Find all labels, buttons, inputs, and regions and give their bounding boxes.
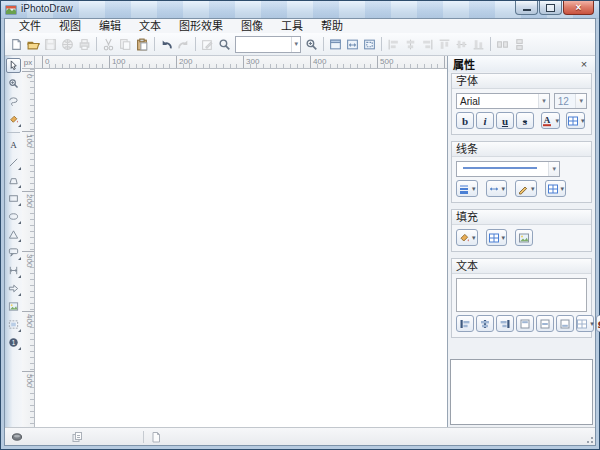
line-table-button[interactable]: ▾ — [545, 180, 567, 197]
halign-right-icon — [499, 318, 511, 330]
align-right-button[interactable] — [419, 35, 436, 53]
font-table-button[interactable]: ▾ — [566, 112, 585, 129]
tool-image[interactable] — [6, 299, 21, 314]
undo-button[interactable] — [158, 35, 175, 53]
close-button[interactable]: × — [563, 1, 594, 15]
text-icon: A — [8, 139, 19, 150]
align-text-left-button[interactable] — [456, 315, 474, 332]
tool-rectangle[interactable] — [6, 191, 21, 206]
underline-button[interactable]: u — [496, 112, 514, 129]
zoom-width-button[interactable] — [344, 35, 361, 53]
fill-table-button[interactable]: ▾ — [486, 229, 508, 246]
maximize-icon — [546, 4, 555, 12]
font-color-button[interactable]: A▾ — [541, 112, 560, 129]
fill-group: 填充 ▾▾ — [451, 209, 592, 252]
panel-close-icon[interactable]: × — [578, 59, 590, 70]
maximize-button[interactable] — [539, 1, 562, 15]
tool-line[interactable] — [6, 155, 21, 170]
paste-button[interactable] — [134, 35, 151, 53]
tool-screenshot[interactable] — [6, 317, 21, 332]
tool-text[interactable]: A — [6, 137, 21, 152]
align-text-right-button[interactable] — [496, 315, 514, 332]
zoom-selection-button[interactable] — [361, 35, 378, 53]
tool-select[interactable] — [6, 58, 21, 73]
tool-arrow[interactable] — [6, 281, 21, 296]
menu-item-2[interactable]: 编辑 — [90, 20, 130, 33]
tool-triangle[interactable] — [6, 227, 21, 242]
italic-button[interactable]: i — [476, 112, 494, 129]
menu-item-6[interactable]: 工具 — [272, 20, 312, 33]
menu-item-1[interactable]: 视图 — [50, 20, 90, 33]
text-input[interactable] — [456, 278, 587, 312]
drawing-canvas[interactable] — [35, 69, 447, 427]
menu-item-7[interactable]: 帮助 — [312, 20, 352, 33]
fill-picture-button[interactable] — [515, 229, 533, 246]
align-center-button[interactable] — [402, 35, 419, 53]
bold-button[interactable]: b — [456, 112, 474, 129]
status-page-icon[interactable] — [150, 431, 162, 443]
open-button[interactable] — [25, 35, 42, 53]
tool-number[interactable]: 1 — [6, 335, 21, 350]
line-arrows-button[interactable]: ▾ — [486, 180, 508, 197]
cut-button[interactable] — [100, 35, 117, 53]
zoom-page-button[interactable] — [327, 35, 344, 53]
redo-icon — [177, 38, 190, 51]
print-button[interactable] — [76, 35, 93, 53]
valign-top-button[interactable] — [516, 315, 534, 332]
status-layers-icon[interactable] — [71, 431, 83, 443]
cut-icon — [102, 38, 115, 51]
minimize-button[interactable] — [515, 1, 538, 15]
tool-polygon[interactable] — [6, 173, 21, 188]
tool-zoom[interactable] — [6, 76, 21, 91]
tool-dropdown-icon — [18, 257, 21, 260]
align-bottom-button[interactable] — [470, 35, 487, 53]
status-zoom-icon[interactable] — [11, 431, 23, 443]
valign-middle-button[interactable] — [536, 315, 554, 332]
horizontal-ruler: 0100200300400500600 — [35, 56, 447, 69]
resize-grip-icon[interactable] — [584, 434, 594, 444]
line-width-button[interactable]: ▾ — [456, 180, 478, 197]
strikethrough-button[interactable]: s — [516, 112, 534, 129]
halign-left-icon — [459, 318, 471, 330]
font-family-combo[interactable]: Arial ▾ — [456, 93, 550, 109]
valign-bottom-button[interactable] — [556, 315, 574, 332]
picture-icon — [518, 232, 530, 244]
fill-color-button[interactable]: ▾ — [456, 229, 478, 246]
new-button[interactable] — [8, 35, 25, 53]
align-text-center-button[interactable] — [476, 315, 494, 332]
tool-callout[interactable] — [6, 245, 21, 260]
align-left-button[interactable] — [385, 35, 402, 53]
menu-item-3[interactable]: 文本 — [130, 20, 170, 33]
text-table-button[interactable]: ▾ — [576, 315, 594, 332]
menu-item-5[interactable]: 图像 — [232, 20, 272, 33]
v-ruler-label: 500 — [22, 371, 35, 387]
zoom-combo[interactable]: ▾ — [235, 36, 301, 53]
line-color-button[interactable]: ▾ — [515, 180, 537, 197]
find-button[interactable] — [216, 35, 233, 53]
tool-dropdown-icon — [18, 347, 21, 350]
menu-item-0[interactable]: 文件 — [10, 20, 50, 33]
zoom-selection-icon — [363, 38, 376, 51]
symbol-button[interactable]: Ω▾ — [596, 315, 600, 332]
export-button[interactable] — [59, 35, 76, 53]
font-size-combo[interactable]: 12 ▾ — [554, 93, 587, 109]
edit-button[interactable] — [199, 35, 216, 53]
redo-button[interactable] — [175, 35, 192, 53]
align-top-icon — [438, 38, 451, 51]
align-middle-button[interactable] — [453, 35, 470, 53]
menu-item-4[interactable]: 图形效果 — [170, 20, 232, 33]
title-bar[interactable]: iPhotoDraw × — [1, 1, 599, 19]
tool-dimension[interactable] — [6, 263, 21, 278]
tool-ellipse[interactable] — [6, 209, 21, 224]
tool-lasso[interactable] — [6, 94, 21, 109]
distribute-h-button[interactable] — [494, 35, 511, 53]
tool-strip: A1 — [5, 56, 22, 427]
v-ruler-label: 400 — [22, 311, 35, 327]
align-top-button[interactable] — [436, 35, 453, 53]
tool-fill[interactable] — [6, 112, 21, 127]
zoom-button[interactable] — [303, 35, 320, 53]
save-button[interactable] — [42, 35, 59, 53]
line-style-combo[interactable]: ▾ — [456, 161, 560, 177]
copy-button[interactable] — [117, 35, 134, 53]
distribute-v-button[interactable] — [511, 35, 528, 53]
